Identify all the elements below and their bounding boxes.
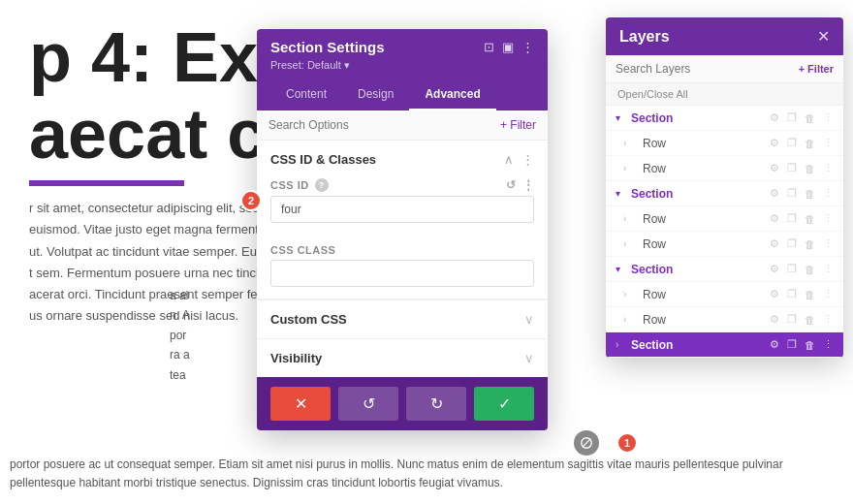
- layers-header: Layers ✕: [606, 17, 843, 55]
- layers-search-input[interactable]: [616, 62, 799, 76]
- section-2-copy-icon[interactable]: ❐: [785, 186, 799, 201]
- section-chevron-up-icon[interactable]: ∧: [504, 152, 514, 167]
- layers-title: Layers: [619, 28, 670, 46]
- section-3-dots-icon[interactable]: ⋮: [821, 262, 836, 276]
- settings-search-row: + Filter: [257, 110, 548, 141]
- row-4-copy-icon[interactable]: ❐: [785, 236, 799, 251]
- css-id-input[interactable]: [270, 196, 534, 223]
- css-id-label: CSS ID ? ↺ ⋮: [270, 178, 534, 192]
- row-5-dots-icon[interactable]: ⋮: [821, 287, 836, 301]
- layers-open-close-all[interactable]: Open/Close All: [606, 83, 843, 106]
- layer-row-6[interactable]: › Row ⚙ ❐ 🗑 ⋮: [606, 307, 843, 332]
- row-1-settings-icon[interactable]: ⚙: [768, 136, 781, 150]
- row-5-settings-icon[interactable]: ⚙: [768, 287, 781, 301]
- section-2-dots-icon[interactable]: ⋮: [821, 186, 836, 201]
- section-3-copy-icon[interactable]: ❐: [785, 262, 799, 276]
- row-2-trash-icon[interactable]: 🗑: [803, 162, 817, 175]
- section-1-settings-icon[interactable]: ⚙: [768, 110, 781, 125]
- custom-css-header[interactable]: Custom CSS ∨: [257, 300, 548, 338]
- split-icon[interactable]: ▣: [502, 40, 514, 54]
- reset-button[interactable]: ↺: [338, 387, 398, 421]
- custom-css-chevron-icon[interactable]: ∨: [524, 312, 534, 327]
- tab-content[interactable]: Content: [270, 79, 342, 110]
- layer-section-3-label: Section: [631, 263, 768, 276]
- layers-filter-button[interactable]: + Filter: [799, 63, 834, 75]
- section-1-chevron-icon: ▾: [616, 112, 629, 123]
- row-6-settings-icon[interactable]: ⚙: [768, 312, 781, 327]
- section-4-dots-icon[interactable]: ⋮: [821, 337, 836, 352]
- row-5-trash-icon[interactable]: 🗑: [803, 288, 817, 301]
- layer-row-4[interactable]: › Row ⚙ ❐ 🗑 ⋮: [606, 232, 843, 257]
- css-class-input[interactable]: [270, 260, 534, 287]
- layer-section-2[interactable]: ▾ Section ⚙ ❐ 🗑 ⋮: [606, 181, 843, 206]
- dots-menu-icon[interactable]: ⋮: [521, 40, 534, 54]
- layer-section-4[interactable]: › Section ⚙ ❐ 🗑 ⋮: [606, 332, 843, 358]
- layer-row-4-label: Row: [631, 237, 768, 251]
- row-3-dots-icon[interactable]: ⋮: [821, 211, 836, 226]
- css-id-actions: ↺ ⋮: [506, 178, 534, 192]
- css-id-field-group: CSS ID ? ↺ ⋮: [257, 178, 548, 235]
- row-4-settings-icon[interactable]: ⚙: [768, 236, 781, 251]
- layer-section-3[interactable]: ▾ Section ⚙ ❐ 🗑 ⋮: [606, 257, 843, 282]
- row-2-settings-icon[interactable]: ⚙: [768, 161, 781, 175]
- section-4-copy-icon[interactable]: ❐: [785, 337, 799, 352]
- row-4-trash-icon[interactable]: 🗑: [803, 237, 817, 251]
- row-5-copy-icon[interactable]: ❐: [785, 287, 799, 301]
- row-6-copy-icon[interactable]: ❐: [785, 312, 799, 327]
- section-3-settings-icon[interactable]: ⚙: [768, 262, 781, 276]
- row-1-copy-icon[interactable]: ❐: [785, 136, 799, 150]
- settings-filter-button[interactable]: + Filter: [500, 118, 536, 132]
- layer-row-1-label: Row: [631, 137, 768, 150]
- layer-row-3[interactable]: › Row ⚙ ❐ 🗑 ⋮: [606, 206, 843, 232]
- cancel-button[interactable]: ✕: [270, 387, 331, 421]
- save-button[interactable]: ✓: [474, 387, 534, 421]
- settings-preset[interactable]: Preset: Default ▾: [270, 59, 534, 72]
- row-1-dots-icon[interactable]: ⋮: [821, 136, 836, 150]
- tab-design[interactable]: Design: [342, 79, 409, 110]
- visibility-chevron-icon[interactable]: ∨: [524, 351, 534, 365]
- section-1-trash-icon[interactable]: 🗑: [803, 111, 817, 125]
- row-3-settings-icon[interactable]: ⚙: [768, 211, 781, 226]
- row-4-dots-icon[interactable]: ⋮: [821, 236, 836, 251]
- row-3-trash-icon[interactable]: 🗑: [803, 212, 817, 226]
- layer-section-2-actions: ⚙ ❐ 🗑 ⋮: [768, 186, 836, 201]
- settings-panel-icons: ⊡ ▣ ⋮: [484, 40, 534, 54]
- layer-row-2[interactable]: › Row ⚙ ❐ 🗑 ⋮: [606, 156, 843, 181]
- row-2-dots-icon[interactable]: ⋮: [821, 161, 836, 175]
- row-1-trash-icon[interactable]: 🗑: [803, 137, 817, 150]
- tab-advanced[interactable]: Advanced: [409, 79, 495, 110]
- section-dots-icon[interactable]: ⋮: [521, 152, 534, 167]
- row-2-copy-icon[interactable]: ❐: [785, 161, 799, 175]
- expand-icon[interactable]: ⊡: [484, 40, 494, 54]
- section-2-settings-icon[interactable]: ⚙: [768, 186, 781, 201]
- visibility-header[interactable]: Visibility ∨: [257, 339, 548, 377]
- css-id-dots-icon[interactable]: ⋮: [522, 178, 535, 192]
- layer-section-1[interactable]: ▾ Section ⚙ ❐ 🗑 ⋮: [606, 106, 843, 131]
- layer-section-4-actions: ⚙ ❐ 🗑 ⋮: [768, 337, 836, 352]
- row-2-chevron-icon: ›: [616, 163, 629, 173]
- row-6-dots-icon[interactable]: ⋮: [821, 312, 836, 327]
- layers-close-icon[interactable]: ✕: [817, 27, 830, 46]
- section-3-trash-icon[interactable]: 🗑: [803, 263, 817, 276]
- section-4-trash-icon[interactable]: 🗑: [803, 338, 817, 352]
- right-side-text: a al n. A por ra a tea: [170, 286, 257, 385]
- section-1-copy-icon[interactable]: ❐: [785, 110, 799, 125]
- row-3-copy-icon[interactable]: ❐: [785, 211, 799, 226]
- custom-css-section: Custom CSS ∨: [257, 299, 548, 338]
- section-3-chevron-icon: ▾: [616, 264, 629, 274]
- layer-row-3-label: Row: [631, 212, 768, 226]
- row-6-trash-icon[interactable]: 🗑: [803, 313, 817, 327]
- layer-row-1[interactable]: › Row ⚙ ❐ 🗑 ⋮: [606, 131, 843, 156]
- section-4-settings-icon[interactable]: ⚙: [768, 337, 781, 352]
- section-1-dots-icon[interactable]: ⋮: [821, 110, 836, 125]
- section-4-chevron-icon: ›: [616, 339, 629, 350]
- css-id-classes-header[interactable]: CSS ID & Classes ∧ ⋮: [257, 141, 548, 178]
- css-id-reset-icon[interactable]: ↺: [506, 178, 517, 192]
- layer-row-5-label: Row: [631, 288, 768, 301]
- redo-button[interactable]: ↻: [406, 387, 466, 421]
- layer-row-5[interactable]: › Row ⚙ ❐ 🗑 ⋮: [606, 282, 843, 307]
- settings-search-input[interactable]: [269, 118, 500, 132]
- section-2-trash-icon[interactable]: 🗑: [803, 187, 817, 201]
- css-id-help-icon[interactable]: ?: [315, 178, 329, 192]
- settings-panel: Section Settings ⊡ ▣ ⋮ Preset: Default ▾…: [257, 29, 548, 430]
